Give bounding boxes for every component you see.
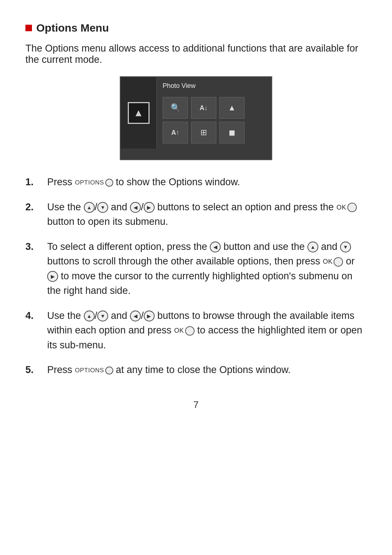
up-arrow-icon-3: ▲ (307, 242, 318, 252)
ok-circle-3 (334, 257, 343, 267)
left-arrow-icon-4: ◀ (130, 311, 141, 321)
screenshot-image: ▲ Photo View 🔍 A↓ ▲ A↑ ⊞ ◼ (120, 76, 272, 160)
red-square-icon (25, 25, 32, 31)
step-3-content: To select a different option, press the … (47, 239, 367, 298)
icon-zoom: 🔍 (163, 97, 188, 119)
icon-grid: 🔍 A↓ ▲ A↑ ⊞ ◼ (163, 97, 266, 143)
ok-button-4: OK (174, 326, 195, 336)
photo-view-label: Photo View (163, 82, 266, 90)
icon-grid-view: ⊞ (191, 122, 216, 143)
options-button-5: OPTIONS (75, 366, 113, 375)
right-arrow-icon-3: ▶ (47, 271, 58, 282)
step-4-content: Use the ▲/▼ and ◀/▶ buttons to browse th… (47, 308, 367, 353)
screenshot-bottom (121, 149, 271, 159)
ok-label-4: OK (174, 326, 184, 336)
icon-text-size: A↓ (191, 97, 216, 119)
screenshot-container: ▲ Photo View 🔍 A↓ ▲ A↑ ⊞ ◼ (25, 76, 367, 160)
options-text-5: OPTIONS (75, 366, 104, 375)
icon-capture: ◼ (219, 122, 245, 143)
down-arrow-icon-4: ▼ (97, 311, 108, 321)
left-arrow-icon-2: ◀ (130, 202, 141, 213)
title-text: Options Menu (36, 22, 109, 34)
options-text-1: OPTIONS (75, 178, 104, 187)
steps-list: Press OPTIONS to show the Options window… (25, 175, 367, 377)
intro-paragraph: The Options menu allows access to additi… (25, 43, 367, 65)
options-button-1: OPTIONS (75, 178, 113, 187)
screenshot-left: ▲ (121, 77, 157, 149)
ok-label-3: OK (323, 257, 332, 267)
ok-label-2: OK (336, 203, 346, 212)
down-arrow-icon-3: ▼ (340, 242, 351, 252)
step-1: Press OPTIONS to show the Options window… (25, 175, 367, 190)
step-3: To select a different option, press the … (25, 239, 367, 298)
right-arrow-icon-4: ▶ (144, 311, 155, 321)
left-arrow-icon-3: ◀ (210, 242, 221, 252)
step-4: Use the ▲/▼ and ◀/▶ buttons to browse th… (25, 308, 367, 353)
ok-circle-2 (347, 203, 357, 212)
icon-image: ▲ (219, 97, 245, 119)
section-title: Options Menu (25, 22, 367, 34)
step-1-content: Press OPTIONS to show the Options window… (47, 175, 367, 190)
options-circle-1 (105, 179, 113, 187)
ok-button-2: OK (336, 203, 357, 212)
right-arrow-icon-2: ▶ (144, 202, 155, 213)
step-5-content: Press OPTIONS at any time to close the O… (47, 362, 367, 377)
up-arrow-icon-4: ▲ (84, 311, 95, 321)
up-arrow-icon-2: ▲ (84, 202, 95, 213)
screenshot-right: Photo View 🔍 A↓ ▲ A↑ ⊞ ◼ (157, 77, 271, 149)
options-circle-5 (105, 366, 113, 374)
ok-circle-4 (185, 326, 195, 336)
down-arrow-icon-2: ▼ (97, 202, 108, 213)
step-5: Press OPTIONS at any time to close the O… (25, 362, 367, 377)
step-2-content: Use the ▲/▼ and ◀/▶ buttons to select an… (47, 200, 367, 229)
photo-thumbnail-icon: ▲ (128, 102, 150, 124)
page-number: 7 (25, 399, 367, 410)
step-2: Use the ▲/▼ and ◀/▶ buttons to select an… (25, 200, 367, 229)
ok-button-3: OK (323, 257, 343, 267)
icon-upload: A↑ (163, 122, 188, 143)
